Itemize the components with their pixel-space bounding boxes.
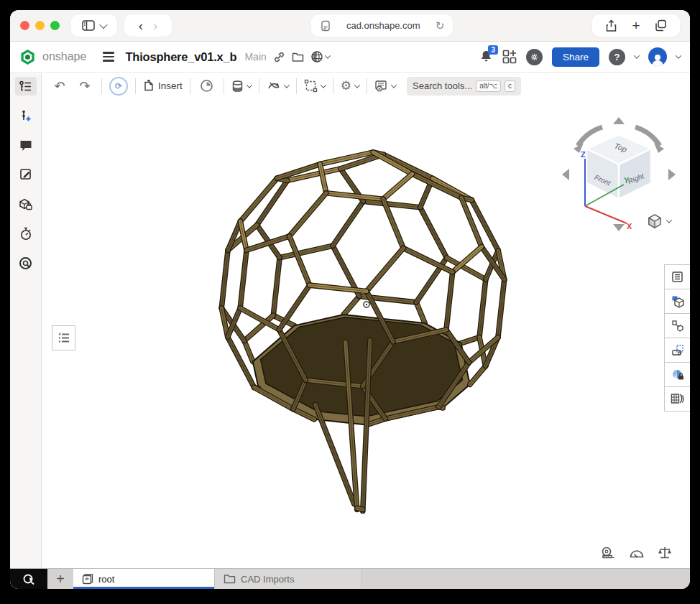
toolbar-divider [101, 78, 102, 94]
url-bar[interactable]: cad.onshape.com ↻ [311, 14, 453, 37]
share-export-icon[interactable] [605, 19, 617, 32]
selection-tools-button[interactable] [301, 76, 328, 96]
right-panel [664, 265, 690, 412]
onshape-header: onshape Thiosphere_v01.x_b Main [10, 42, 690, 73]
release-management-button[interactable] [15, 195, 37, 213]
comment-icon [19, 139, 32, 152]
tab-overview-icon[interactable] [655, 19, 667, 32]
feature-list-toggle-button[interactable] [52, 325, 75, 350]
feature-tree-icon [19, 80, 32, 93]
document-menu-icon[interactable] [103, 52, 114, 61]
insert-button[interactable]: Insert [140, 76, 185, 96]
avatar[interactable] [648, 47, 667, 66]
performance-button[interactable] [15, 224, 37, 243]
document-notes-button[interactable] [15, 165, 37, 184]
display-states-button[interactable] [372, 76, 399, 96]
clock-icon [200, 79, 213, 93]
derived-parts-panel-button[interactable] [664, 313, 690, 338]
versions-history-button[interactable] [15, 106, 37, 125]
close-window-button[interactable] [20, 21, 29, 30]
configurations-panel-button[interactable] [664, 289, 690, 314]
z-axis-label: Z [581, 150, 586, 159]
assembly-features-button[interactable]: ⚙ [338, 76, 362, 96]
undo-button[interactable]: ↶ [47, 76, 72, 96]
branch-label[interactable]: Main [244, 51, 266, 62]
safari-window: ‹ › cad.onshape.com ↻ + [10, 10, 690, 589]
protractor-icon[interactable] [629, 546, 645, 560]
cube-arrow-right[interactable] [668, 169, 676, 180]
share-visibility-globe-icon[interactable] [310, 50, 330, 63]
comments-button[interactable] [15, 136, 37, 154]
named-positions-button[interactable] [195, 76, 219, 96]
search-everywhere-button[interactable] [15, 254, 37, 272]
chevron-down-icon[interactable] [391, 82, 397, 88]
page-settings-icon[interactable] [320, 20, 331, 32]
cube-arrow-up[interactable] [613, 117, 625, 124]
sync-icon: ⟳ [109, 77, 128, 96]
help-button[interactable]: ? [609, 49, 625, 65]
minimize-window-button[interactable] [35, 21, 45, 30]
section-view-panel-button[interactable] [664, 338, 690, 363]
search-tools-input[interactable]: Search tools... alt/⌥ c [407, 77, 521, 96]
new-tab-button[interactable]: + [632, 18, 640, 34]
material-appearance-button[interactable] [229, 76, 254, 96]
forward-button[interactable]: › [153, 18, 157, 34]
element-tab-bar: + root CAD Imports [10, 568, 690, 589]
tab-root-label: root [98, 574, 114, 585]
zoom-window-button[interactable] [50, 21, 60, 30]
view-cube-body[interactable]: Top Front Right [586, 134, 651, 199]
appearance-panel-button[interactable] [664, 362, 690, 387]
chevron-down-icon[interactable] [666, 217, 672, 223]
redo-button[interactable]: ↷ [73, 76, 97, 96]
folder-icon[interactable] [292, 52, 304, 62]
update-sync-button[interactable]: ⟳ [106, 76, 131, 96]
view-options-button[interactable] [647, 213, 671, 229]
help-chevron-icon[interactable] [634, 52, 640, 58]
mass-properties-scale-icon[interactable] [657, 546, 673, 560]
toolbar-divider [135, 78, 136, 94]
cube-arrow-left[interactable] [562, 169, 569, 180]
transform-button[interactable] [264, 76, 292, 96]
browser-chrome: ‹ › cad.onshape.com ↻ + [10, 10, 690, 42]
notes-edit-icon [19, 168, 32, 181]
sidebar-toggle-icon[interactable] [82, 20, 95, 31]
part-lock-icon [19, 198, 32, 211]
url-text[interactable]: cad.onshape.com [346, 20, 420, 31]
search-elements-icon[interactable] [22, 573, 36, 585]
reload-icon[interactable]: ↻ [436, 19, 445, 32]
globe-chevron-icon[interactable] [325, 52, 331, 58]
bom-panel-button[interactable] [664, 264, 690, 289]
chevron-down-icon[interactable] [321, 82, 326, 88]
tab-root[interactable]: root [73, 569, 214, 589]
sidebar-toggle-group[interactable] [71, 14, 117, 37]
onshape-logo-icon[interactable] [19, 49, 36, 65]
folder-tab-icon [224, 574, 236, 584]
add-element-button[interactable]: + [47, 569, 73, 589]
back-button[interactable]: ‹ [139, 18, 143, 34]
toolbar-divider [367, 78, 367, 94]
chevron-down-icon[interactable] [354, 82, 360, 88]
viewport-3d[interactable]: Top Front Right Z Y X [42, 98, 690, 569]
notifications-button[interactable]: 3 [479, 50, 493, 64]
account-chevron-icon[interactable] [676, 52, 681, 58]
app-store-grid-icon[interactable] [502, 50, 517, 64]
tape-measure-icon[interactable] [601, 546, 617, 560]
learning-center-icon[interactable] [526, 49, 543, 65]
chevron-down-icon[interactable] [284, 82, 290, 88]
tab-cad-imports[interactable]: CAD Imports [214, 569, 361, 589]
share-button[interactable]: Share [552, 47, 599, 67]
custom-tables-panel-button[interactable] [664, 386, 690, 412]
assembly-element-icon [82, 573, 93, 585]
y-axis-label: Y [624, 176, 630, 185]
window-actions: + [592, 14, 680, 37]
tab-cad-imports-label: CAD Imports [241, 574, 294, 585]
document-title[interactable]: Thiosphere_v01.x_b [125, 50, 236, 64]
copy-link-icon[interactable] [273, 51, 285, 63]
feature-list-button[interactable] [15, 77, 37, 96]
cube-arrow-down[interactable] [613, 224, 625, 231]
search-tools-placeholder: Search tools... [413, 80, 472, 91]
kbd-alt: alt/⌥ [476, 80, 501, 92]
chevron-down-icon[interactable] [247, 82, 252, 88]
search-elements-corner[interactable] [10, 569, 47, 589]
sidebar-chevron-icon[interactable] [99, 20, 107, 28]
